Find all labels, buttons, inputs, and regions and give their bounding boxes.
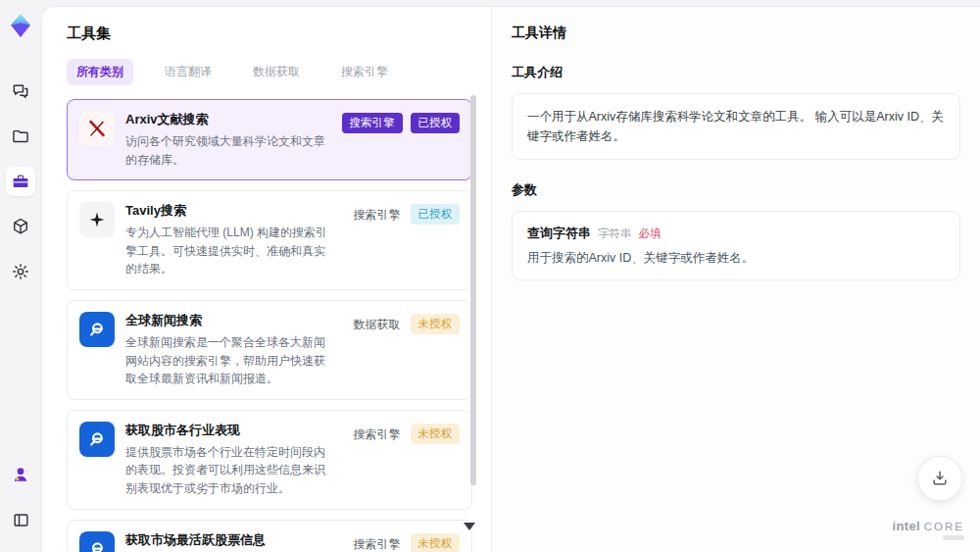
- status-badge: 未授权: [411, 424, 461, 444]
- category-label: 搜索引擎: [354, 533, 401, 552]
- tool-card-active-stocks[interactable]: 获取市场最活跃股票信息 提供当天交易量最高的股票列表，投资者可以利用这些信息来识…: [67, 520, 472, 552]
- folder-icon: [11, 126, 30, 146]
- sidebar-item-account[interactable]: [6, 460, 35, 489]
- tool-name: 获取股市各行业表现: [125, 422, 334, 439]
- toolbox-icon: [11, 172, 30, 191]
- status-badge: 未授权: [411, 314, 461, 334]
- param-type: 字符串: [598, 226, 632, 241]
- tool-card-tavily[interactable]: Tavily搜索 专为人工智能代理 (LLM) 构建的搜索引擎工具。可快速提供实…: [67, 190, 472, 290]
- tool-card-arxiv[interactable]: Arxiv文献搜索 访问各个研究领域大量科学论文和文章的存储库。 搜索引擎 已授…: [67, 99, 472, 180]
- sidebar-item-files[interactable]: [6, 122, 35, 151]
- page-title: 工具集: [67, 25, 491, 43]
- sparkle-icon: [79, 202, 115, 237]
- tool-name: Arxiv文献搜索: [125, 111, 334, 128]
- tab-data-acquisition[interactable]: 数据获取: [243, 59, 310, 85]
- tab-search-engine[interactable]: 搜索引擎: [331, 59, 398, 85]
- sidebar-item-collapse[interactable]: [6, 505, 35, 534]
- tool-desc: 专为人工智能代理 (LLM) 构建的搜索引擎工具。可快速提供实时、准确和真实的结…: [125, 224, 334, 278]
- intel-core-logo: intel CORE: [893, 519, 964, 540]
- param-required-badge: 必填: [639, 226, 662, 241]
- download-icon: [930, 469, 950, 488]
- scrollbar-thumb[interactable]: [470, 95, 476, 485]
- status-badge: 已授权: [411, 113, 461, 133]
- tool-name: Tavily搜索: [125, 202, 334, 220]
- tool-desc: 提供股票市场各个行业在特定时间段内的表现。投资者可以利用这些信息来识别表现优于或…: [125, 443, 334, 498]
- intro-heading: 工具介绍: [512, 64, 960, 81]
- params-heading: 参数: [512, 181, 960, 199]
- download-button[interactable]: [917, 456, 962, 501]
- param-desc: 用于搜索的Arxiv ID、关键字或作者姓名。: [527, 250, 945, 267]
- tool-list: Arxiv文献搜索 访问各个研究领域大量科学论文和文章的存储库。 搜索引擎 已授…: [67, 99, 472, 552]
- list-scrollbar[interactable]: [470, 89, 476, 548]
- category-label: 搜索引擎: [354, 204, 401, 224]
- status-badge: 未授权: [411, 533, 461, 552]
- category-label: 搜索引擎: [354, 424, 401, 443]
- sidebar-item-settings[interactable]: [6, 257, 35, 286]
- category-badge: 搜索引擎: [342, 113, 403, 133]
- param-card: 查询字符串 字符串 必填 用于搜索的Arxiv ID、关键字或作者姓名。: [512, 211, 960, 280]
- tool-desc: 全球新闻搜索是一个聚合全球各大新闻网站内容的搜索引擎，帮助用户快速获取全球最新资…: [125, 333, 334, 388]
- arxiv-icon: [79, 111, 115, 146]
- detail-title: 工具详情: [512, 25, 960, 42]
- sidebar-item-chat[interactable]: [6, 76, 35, 106]
- tool-detail-panel: 工具详情 工具介绍 一个用于从Arxiv存储库搜索科学论文和文章的工具。 输入可…: [491, 7, 980, 552]
- intro-card: 一个用于从Arxiv存储库搜索科学论文和文章的工具。 输入可以是Arxiv ID…: [512, 93, 960, 160]
- tools-panel: 工具集 所有类别 语言翻译 数据获取 搜索引擎 Arxiv文献搜索 访问各个研究…: [42, 7, 491, 552]
- tab-all-categories[interactable]: 所有类别: [67, 59, 133, 85]
- tab-language-translation[interactable]: 语言翻译: [155, 59, 221, 85]
- panel-toggle-icon: [12, 511, 30, 529]
- status-badge: 已授权: [411, 204, 461, 225]
- main-content: 工具集 所有类别 语言翻译 数据获取 搜索引擎 Arxiv文献搜索 访问各个研究…: [41, 6, 980, 552]
- gear-icon: [11, 262, 30, 281]
- chat-icon: [11, 81, 30, 101]
- param-name: 查询字符串: [527, 225, 591, 242]
- cube-icon: [11, 217, 30, 236]
- tool-name: 获取市场最活跃股票信息: [125, 531, 334, 549]
- tool-name: 全球新闻搜索: [125, 312, 334, 329]
- category-tabs: 所有类别 语言翻译 数据获取 搜索引擎: [67, 59, 491, 85]
- news-search-icon: [79, 422, 115, 457]
- news-search-icon: [79, 312, 115, 347]
- sidebar-item-tools[interactable]: [6, 167, 35, 196]
- intro-text: 一个用于从Arxiv存储库搜索科学论文和文章的工具。 输入可以是Arxiv ID…: [527, 107, 945, 146]
- intel-ultra-mark: [943, 535, 964, 540]
- news-search-icon: [79, 531, 115, 552]
- category-label: 数据获取: [354, 314, 401, 333]
- user-avatar-icon: [11, 465, 30, 484]
- left-sidebar: [0, 0, 41, 552]
- tool-card-sector-performance[interactable]: 获取股市各行业表现 提供股票市场各个行业在特定时间段内的表现。投资者可以利用这些…: [67, 410, 472, 510]
- tool-desc: 访问各个研究领域大量科学论文和文章的存储库。: [125, 132, 334, 169]
- app-logo: [7, 12, 34, 39]
- sidebar-item-models[interactable]: [6, 212, 35, 241]
- tool-card-global-news[interactable]: 全球新闻搜索 全球新闻搜索是一个聚合全球各大新闻网站内容的搜索引擎，帮助用户快速…: [67, 300, 472, 400]
- scroll-down-indicator[interactable]: [464, 523, 475, 530]
